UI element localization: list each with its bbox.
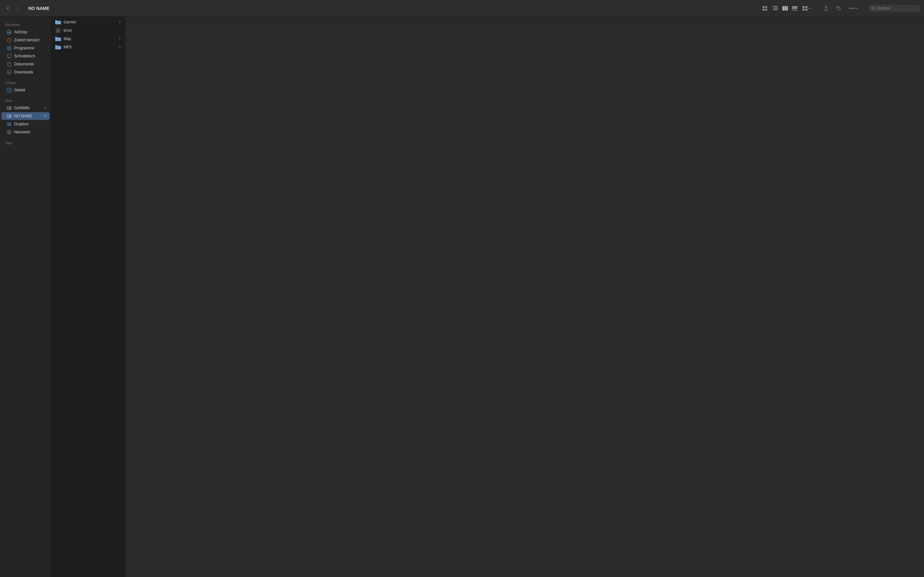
sidebar-item-netzwerk[interactable]: Netzwerk — [1, 128, 50, 136]
apps-icon — [6, 45, 11, 51]
svg-rect-0 — [762, 6, 764, 8]
svg-point-22 — [872, 7, 874, 9]
zuletzt-label: Zuletzt benutzt — [14, 38, 39, 42]
sidebar-section-favoriten: Favoriten — [0, 21, 51, 28]
tag-button[interactable] — [834, 5, 844, 12]
sidebar: Favoriten AirDrop Zuletzt ben — [0, 17, 51, 577]
sidebar-item-dropbox[interactable]: Dropbox — [1, 120, 50, 128]
view-column-button[interactable] — [780, 5, 790, 12]
sidebar-item-programme[interactable]: Programme — [1, 44, 50, 52]
sidebar-section-orte: Orte — [0, 97, 51, 104]
svg-point-18 — [837, 7, 838, 7]
garmin-eject-button[interactable] — [43, 106, 47, 111]
more-button[interactable] — [846, 6, 861, 11]
downloads-icon — [6, 69, 11, 75]
toolbar: NO NAME — [0, 0, 924, 17]
search-box[interactable] — [869, 5, 920, 12]
file-name: MP3 — [63, 45, 116, 49]
recents-icon — [6, 37, 11, 43]
svg-rect-14 — [803, 6, 804, 8]
svg-rect-9 — [787, 6, 788, 11]
geteilt-label: Geteilt — [14, 88, 25, 92]
svg-rect-4 — [773, 6, 778, 7]
svg-rect-2 — [762, 9, 764, 11]
programme-label: Programme — [14, 46, 34, 50]
svg-point-29 — [8, 108, 8, 108]
garmin-drive-icon — [6, 105, 11, 111]
txt-file-icon — [55, 27, 61, 33]
sidebar-item-geteilt[interactable]: Geteilt — [1, 86, 50, 94]
svg-point-20 — [851, 8, 853, 9]
share-button[interactable] — [821, 5, 831, 12]
sidebar-item-airdrop[interactable]: AirDrop — [1, 28, 50, 36]
chevron-right-icon — [119, 45, 121, 49]
sidebar-item-schreibtisch[interactable]: Schreibtisch — [1, 52, 50, 60]
noname-eject-button[interactable] — [43, 114, 47, 119]
detail-panel — [125, 17, 924, 577]
file-name: Map — [63, 37, 116, 41]
svg-rect-16 — [803, 9, 804, 11]
list-item[interactable]: ld.txt — [51, 26, 125, 35]
view-gallery-button[interactable] — [790, 5, 799, 12]
sidebar-item-zuletzt[interactable]: Zuletzt benutzt — [1, 36, 50, 44]
noname-drive-icon — [6, 113, 11, 119]
search-input[interactable] — [877, 6, 916, 11]
view-list-button[interactable] — [771, 5, 780, 12]
dokumente-label: Dokumente — [14, 62, 34, 66]
sidebar-item-garmin[interactable]: GARMIN — [1, 104, 50, 112]
svg-rect-25 — [7, 54, 11, 57]
nav-buttons — [4, 5, 22, 12]
svg-point-19 — [849, 8, 850, 9]
sidebar-item-noname[interactable]: NO NAME — [1, 112, 50, 120]
svg-rect-12 — [794, 10, 795, 11]
netzwerk-label: Netzwerk — [14, 130, 30, 134]
svg-rect-3 — [765, 9, 767, 11]
svg-rect-13 — [796, 10, 797, 11]
svg-rect-10 — [792, 6, 797, 9]
view-buttons — [761, 5, 813, 12]
svg-rect-1 — [765, 6, 767, 8]
svg-rect-8 — [784, 6, 786, 11]
svg-rect-7 — [782, 6, 784, 11]
back-button[interactable] — [4, 5, 12, 12]
garmin-label: GARMIN — [14, 106, 29, 110]
chevron-right-icon — [119, 20, 121, 24]
list-item[interactable]: MP3 — [51, 43, 125, 51]
svg-point-21 — [853, 8, 855, 9]
file-panel-noname: Garmin ld.txt — [51, 17, 125, 577]
downloads-label: Downloads — [14, 70, 33, 74]
network-icon — [6, 129, 11, 135]
shared-icon — [6, 87, 11, 93]
file-name: Garmin — [63, 20, 116, 24]
svg-point-31 — [8, 116, 8, 116]
dropbox-icon — [6, 121, 11, 127]
chevron-right-icon — [119, 37, 121, 41]
sidebar-item-dokumente[interactable]: Dokumente — [1, 60, 50, 68]
svg-rect-6 — [773, 9, 778, 10]
dropbox-label: Dropbox — [14, 122, 29, 126]
window-title: NO NAME — [28, 6, 49, 11]
airdrop-label: AirDrop — [14, 30, 27, 34]
folder-icon — [55, 36, 61, 42]
list-item[interactable]: Garmin — [51, 18, 125, 26]
file-panels: Garmin ld.txt — [51, 17, 924, 577]
view-icon-button[interactable] — [761, 5, 771, 12]
separator-1 — [817, 5, 817, 12]
forward-button[interactable] — [13, 5, 22, 12]
desktop-icon — [6, 53, 11, 59]
finder-window: NO NAME — [0, 0, 924, 577]
list-item[interactable]: Map — [51, 35, 125, 43]
noname-label: NO NAME — [14, 114, 32, 118]
docs-icon — [6, 61, 11, 67]
svg-rect-17 — [805, 9, 808, 11]
schreibtisch-label: Schreibtisch — [14, 54, 35, 58]
folder-icon — [55, 44, 61, 50]
file-name: ld.txt — [63, 28, 121, 33]
search-icon — [871, 6, 875, 10]
folder-icon — [55, 19, 61, 25]
airdrop-icon — [6, 29, 11, 35]
svg-rect-15 — [805, 6, 808, 8]
sidebar-item-downloads[interactable]: Downloads — [1, 68, 50, 76]
view-group-button[interactable] — [800, 5, 813, 12]
sidebar-section-tags: Tags — [0, 139, 51, 146]
